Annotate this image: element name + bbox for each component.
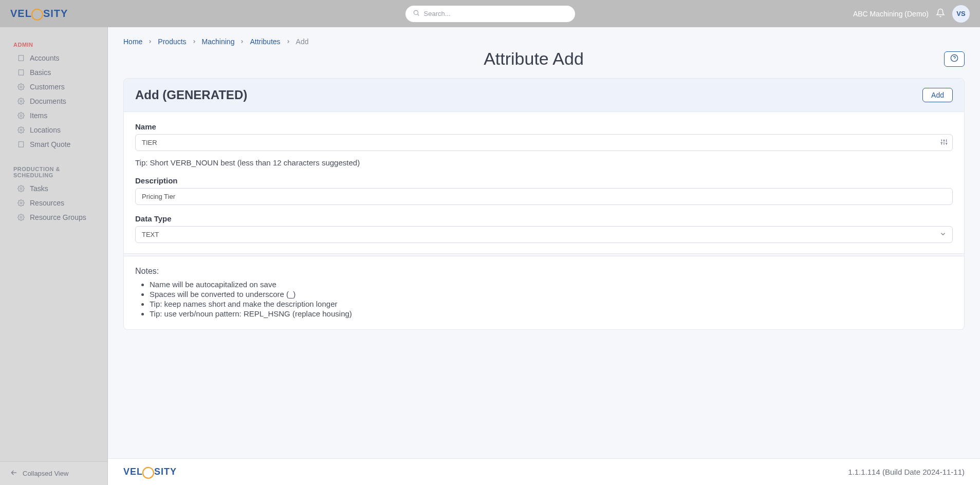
collapse-sidebar-button[interactable]: Collapsed View bbox=[0, 461, 107, 485]
svg-point-27 bbox=[20, 188, 22, 190]
gear-icon bbox=[17, 185, 25, 192]
sidebar: ADMINAccountsBasicsCustomersDocumentsIte… bbox=[0, 27, 108, 485]
brand-left: VEL bbox=[123, 467, 143, 477]
sidebar-section-label: PRODUCTION & SCHEDULING bbox=[0, 163, 107, 181]
sidebar-item[interactable]: Customers bbox=[0, 80, 107, 94]
notes-item: Tip: keep names short and make the descr… bbox=[150, 300, 953, 308]
search-box[interactable] bbox=[405, 6, 575, 22]
breadcrumb-link[interactable]: Machining bbox=[202, 38, 235, 46]
name-input[interactable] bbox=[135, 134, 953, 151]
bell-icon[interactable] bbox=[936, 8, 945, 19]
sidebar-item-label: Items bbox=[30, 111, 47, 120]
search-wrap bbox=[405, 6, 575, 22]
svg-point-17 bbox=[20, 100, 22, 102]
sidebar-item[interactable]: Accounts bbox=[0, 51, 107, 65]
chevron-right-icon bbox=[239, 39, 245, 44]
svg-point-29 bbox=[20, 216, 22, 218]
brand-left: VEL bbox=[10, 8, 32, 20]
sidebar-item[interactable]: Items bbox=[0, 108, 107, 123]
sidebar-item[interactable]: Locations bbox=[0, 123, 107, 137]
collapse-icon bbox=[10, 469, 17, 478]
description-input[interactable] bbox=[135, 188, 953, 205]
svg-rect-9 bbox=[19, 70, 23, 76]
svg-point-0 bbox=[414, 10, 418, 14]
sidebar-item-label: Basics bbox=[30, 68, 51, 77]
form-section: Name Tip: Short VERB_NOUN best (less tha… bbox=[124, 112, 964, 253]
sidebar-item-label: Locations bbox=[30, 126, 61, 134]
help-icon bbox=[950, 54, 958, 64]
topbar-right: ABC Machining (Demo) VS bbox=[853, 5, 970, 23]
gear-icon bbox=[17, 112, 25, 119]
gear-icon bbox=[17, 98, 25, 105]
svg-point-19 bbox=[20, 129, 22, 131]
notes-item: Name will be autocapitalized on save bbox=[150, 280, 953, 289]
sidebar-item[interactable]: Resources bbox=[0, 196, 107, 210]
chevron-right-icon bbox=[192, 39, 197, 44]
collapse-label: Collapsed View bbox=[23, 470, 68, 477]
breadcrumb: HomeProductsMachiningAttributesAdd bbox=[123, 38, 965, 46]
search-input[interactable] bbox=[424, 10, 568, 17]
svg-point-16 bbox=[20, 86, 22, 88]
footer-logo: VEL ◯ SITY bbox=[123, 465, 177, 479]
data-type-select[interactable]: TEXT bbox=[135, 226, 953, 243]
notes-item: Tip: use verb/noun pattern: REPL_HSNG (r… bbox=[150, 309, 953, 318]
breadcrumb-link[interactable]: Attributes bbox=[250, 38, 280, 46]
breadcrumb-link[interactable]: Home bbox=[123, 38, 142, 46]
brand-right: SITY bbox=[154, 467, 177, 477]
chevron-right-icon bbox=[147, 39, 153, 44]
page-title: Attribute Add bbox=[123, 49, 944, 69]
sidebar-item[interactable]: Resource Groups bbox=[0, 210, 107, 225]
sidebar-item-label: Resource Groups bbox=[30, 213, 86, 221]
topbar: VEL ◯ SITY ABC Machining (Demo) VS bbox=[0, 0, 980, 27]
gear-icon bbox=[17, 83, 25, 90]
sidebar-section-label: ADMIN bbox=[0, 39, 107, 51]
sidebar-item[interactable]: Basics bbox=[0, 65, 107, 80]
card-header: Add (GENERATED) Add bbox=[124, 79, 964, 112]
sidebar-item-label: Documents bbox=[30, 97, 66, 105]
sidebar-item[interactable]: Tasks bbox=[0, 181, 107, 196]
svg-point-28 bbox=[20, 202, 22, 204]
brand-right: SITY bbox=[43, 8, 68, 20]
data-type-label: Data Type bbox=[135, 214, 953, 223]
footer: VEL ◯ SITY 1.1.1.114 (Build Date 2024-11… bbox=[108, 458, 980, 485]
gear-icon bbox=[17, 126, 25, 134]
building-icon bbox=[17, 141, 25, 148]
svg-rect-20 bbox=[19, 142, 23, 147]
main: HomeProductsMachiningAttributesAdd Attri… bbox=[108, 27, 980, 485]
name-label: Name bbox=[135, 122, 953, 131]
sidebar-item-label: Smart Quote bbox=[30, 140, 70, 148]
avatar-initials: VS bbox=[956, 10, 965, 17]
account-label[interactable]: ABC Machining (Demo) bbox=[853, 10, 929, 18]
sidebar-item-label: Resources bbox=[30, 199, 64, 207]
building-icon bbox=[17, 54, 25, 62]
page-title-row: Attribute Add bbox=[123, 49, 965, 69]
sidebar-item-label: Customers bbox=[30, 83, 65, 91]
notes-heading: Notes: bbox=[135, 267, 953, 276]
sidebar-item-label: Accounts bbox=[30, 54, 60, 62]
svg-point-18 bbox=[20, 115, 22, 117]
name-tip: Tip: Short VERB_NOUN best (less than 12 … bbox=[135, 158, 953, 167]
card-title: Add (GENERATED) bbox=[135, 88, 247, 102]
brand-logo[interactable]: VEL ◯ SITY bbox=[10, 7, 68, 21]
chevron-right-icon bbox=[286, 39, 291, 44]
avatar[interactable]: VS bbox=[952, 5, 970, 23]
gear-icon bbox=[17, 199, 25, 207]
svg-line-1 bbox=[417, 14, 419, 16]
form-card: Add (GENERATED) Add Name Tip: Short VERB… bbox=[123, 78, 965, 330]
svg-rect-2 bbox=[19, 55, 23, 61]
help-button[interactable] bbox=[944, 51, 965, 67]
footer-version: 1.1.1.114 (Build Date 2024-11-11) bbox=[848, 468, 965, 476]
breadcrumb-current: Add bbox=[296, 38, 309, 46]
building-icon bbox=[17, 69, 25, 76]
sidebar-item-label: Tasks bbox=[30, 184, 48, 193]
search-icon bbox=[413, 9, 420, 18]
add-button[interactable]: Add bbox=[922, 88, 953, 102]
notes-item: Spaces will be converted to underscore (… bbox=[150, 290, 953, 299]
sidebar-item[interactable]: Documents bbox=[0, 94, 107, 108]
notes-list: Name will be autocapitalized on saveSpac… bbox=[135, 280, 953, 318]
breadcrumb-link[interactable]: Products bbox=[158, 38, 186, 46]
sidebar-item[interactable]: Smart Quote bbox=[0, 137, 107, 152]
sliders-icon[interactable] bbox=[940, 138, 948, 147]
description-label: Description bbox=[135, 176, 953, 185]
gear-icon bbox=[17, 214, 25, 221]
